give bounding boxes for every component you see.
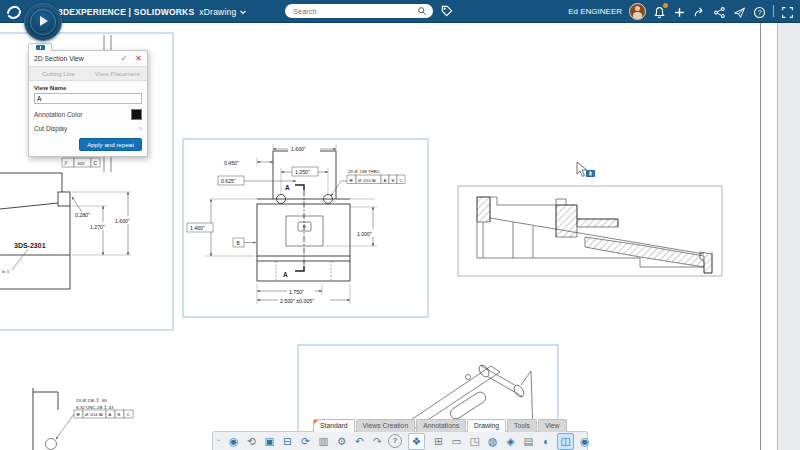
paste-special-icon[interactable]: ▥ (316, 434, 331, 449)
standard-view-icon[interactable]: ▭ (449, 434, 464, 449)
dialog-title: 2D Section View (34, 55, 121, 62)
part-number-label: 3DS-2301 (14, 242, 46, 249)
left-view-dimensions: 0.280" 1.270" 1.600" (72, 192, 139, 255)
fcf-tolerance: Ø .014 Ⓜ (85, 412, 104, 417)
undo-icon[interactable]: ↶ (352, 434, 367, 449)
datum-label: B (237, 241, 240, 246)
fcf-tolerance: .002 (77, 161, 86, 166)
section-label-top: A (285, 184, 290, 191)
svg-text:?: ? (757, 8, 761, 17)
datum-feature-b: B (233, 238, 256, 247)
update-views-icon[interactable]: ❖ (408, 433, 425, 450)
fcf-datum: A (109, 412, 112, 417)
redo-icon[interactable]: ↷ (370, 434, 385, 449)
dim-text: 0.280" (75, 212, 90, 218)
apply-and-repeat-button[interactable]: Apply and repeat (79, 138, 142, 151)
brand-label: 3DEXPERIENCE | SOLIDWORKS (58, 7, 194, 17)
detail-view-icon[interactable]: ◉ (577, 434, 592, 449)
tab-views-creation[interactable]: Views Creation (356, 419, 416, 432)
chevron-down-icon[interactable] (239, 8, 247, 16)
settings-gear-icon[interactable]: ⚙ (334, 434, 349, 449)
hole-note-line2: 8-32 UNC-2B ↧.43 (76, 405, 114, 410)
section-view-icon (36, 45, 45, 50)
share-nodes-icon[interactable] (713, 5, 726, 18)
note-label: le 1 (2, 269, 10, 274)
fcf-datum: C (94, 161, 98, 166)
search-icon[interactable] (417, 6, 427, 16)
history-icon[interactable]: ⟲ (244, 434, 259, 449)
notifications-bell-icon[interactable] (653, 5, 666, 18)
dim-text: 1.250" (295, 169, 310, 175)
section-preview-view (458, 186, 722, 276)
center-view: A A 1.600" 0.450" 1.250" 0.625" 1.460" 1… (183, 139, 428, 317)
tab-annotations[interactable]: Annotations (416, 419, 466, 432)
dim-text: 1.600" (291, 146, 306, 152)
tab-view[interactable]: View (538, 419, 567, 432)
dim-text: 1.000" (357, 231, 372, 237)
user-avatar[interactable] (629, 3, 646, 20)
hole-note-line1: 2X Ø.136 ↧ .65 (76, 398, 107, 403)
view-name-input[interactable] (34, 93, 142, 104)
fcf-symbol: ⊕ (349, 178, 353, 183)
dim-text: 0.625" (221, 178, 236, 184)
fcf-datum: B (392, 178, 395, 183)
action-bar: ⌄ ◉ ⟲ ▣ ⊟ ⟳ ▥ ⚙ ↶ ↷ ? ❖ ⊞ ▭ ◳ ◍ ◈ ▤ ◐ ◫ … (212, 431, 588, 450)
tab-drawing[interactable]: Drawing (467, 419, 506, 432)
projected-view-icon[interactable]: ◳ (467, 434, 482, 449)
save-manage-icon[interactable]: ⊟ (280, 434, 295, 449)
add-icon[interactable] (673, 5, 686, 18)
help-icon[interactable]: ? (753, 5, 766, 18)
tab-cutting-line[interactable]: Cutting Line (29, 69, 88, 78)
tab-tools[interactable]: Tools (507, 419, 537, 432)
sheet-border-line (760, 22, 761, 450)
tab-view-placement[interactable]: View Placement (88, 69, 147, 78)
view-name-label: View Name (34, 84, 142, 91)
dim-text: 1.750" (289, 289, 304, 295)
left-view-fcf: // .002 C (62, 158, 100, 167)
new-view-icon[interactable]: ⊞ (431, 434, 446, 449)
save-icon[interactable]: ▣ (262, 434, 277, 449)
fcf-datum: B (118, 412, 121, 417)
app-name[interactable]: xDrawing (199, 7, 236, 17)
hole-callout: 2X Ø .188 THRU ⊕ Ø .014 Ⓜ A B C (331, 169, 405, 196)
section-label-bottom: A (283, 271, 288, 278)
dim-text: 2.500" ±0.005" (280, 298, 314, 304)
section-view-dialog: 2D Section View ✓ ✕ Cutting Line View Pl… (28, 50, 148, 157)
top-bar: 3DEXPERIENCE | SOLIDWORKS xDrawing Ed EN… (0, 0, 800, 23)
annotation-color-swatch[interactable] (131, 109, 142, 120)
section-view-tool-icon[interactable]: ◫ (557, 433, 574, 450)
notification-badge (663, 3, 668, 8)
search-input[interactable] (291, 6, 417, 17)
close-icon[interactable]: ✕ (135, 54, 142, 63)
fullscreen-icon[interactable] (781, 5, 794, 18)
dialog-tab-nub[interactable] (28, 43, 52, 51)
fcf-tolerance: Ø .014 Ⓜ (358, 178, 377, 183)
platform-share-icon[interactable]: ◉ (226, 434, 241, 449)
corner-fcf: ⊕ Ø .014 Ⓜ A B C (74, 410, 133, 418)
cut-display-label: Cut Display (34, 125, 67, 132)
user-name[interactable]: Ed ENGINEER (568, 7, 622, 16)
dim-text: 1.270" (90, 224, 105, 230)
dim-text: 1.600" (115, 218, 130, 224)
fcf-datum: C (400, 178, 403, 183)
toolbar-overflow-chevron-icon[interactable]: ⌄ (216, 435, 221, 442)
exploded-view-icon[interactable]: ◐ (539, 434, 554, 449)
annotation-color-label: Annotation Color (34, 111, 82, 118)
dialog-tabs: Cutting Line View Placement (29, 66, 147, 81)
isometric-view-icon[interactable]: ◈ (503, 434, 518, 449)
bom-table-icon[interactable]: ▤ (521, 434, 536, 449)
tag-icon[interactable] (440, 4, 454, 18)
corner-view: 2X Ø.136 ↧ .65 8-32 UNC-2B ↧.43 ⊕ Ø .014… (33, 388, 133, 450)
cut-display-row[interactable]: Cut Display › (29, 120, 147, 132)
collaborate-tools-icon[interactable] (733, 5, 746, 18)
compass-play-icon (40, 16, 48, 26)
tab-standard[interactable]: Standard (313, 419, 355, 432)
capture-3d-view-icon[interactable]: ◍ (485, 434, 500, 449)
3ds-logo-icon[interactable] (6, 3, 22, 19)
confirm-check-icon[interactable]: ✓ (121, 54, 128, 63)
compass-icon[interactable] (24, 3, 62, 41)
search-bar (285, 4, 433, 18)
refresh-icon[interactable]: ⟳ (298, 434, 313, 449)
help-circle-icon[interactable]: ? (388, 434, 402, 448)
share-forward-icon[interactable] (693, 5, 706, 18)
